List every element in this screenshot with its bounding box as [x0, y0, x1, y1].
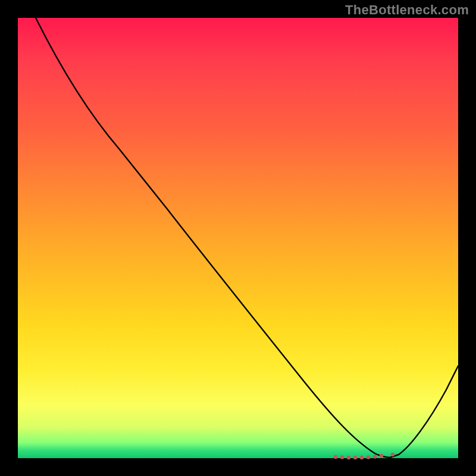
optimal-zone-dots [334, 453, 394, 459]
watermark-text: TheBottleneck.com [345, 2, 469, 18]
marker-dot [347, 456, 350, 459]
marker-dot [380, 454, 383, 458]
plot-area [18, 18, 458, 458]
marker-dot [367, 455, 370, 459]
marker-dot [334, 455, 337, 459]
marker-dot [340, 455, 344, 459]
bottleneck-curve [36, 18, 458, 458]
marker-dot [391, 453, 394, 456]
marker-dot [373, 455, 377, 458]
curve-layer [18, 18, 458, 458]
chart-stage: TheBottleneck.com [0, 0, 476, 476]
marker-dot [360, 456, 364, 459]
marker-dot [353, 456, 357, 459]
